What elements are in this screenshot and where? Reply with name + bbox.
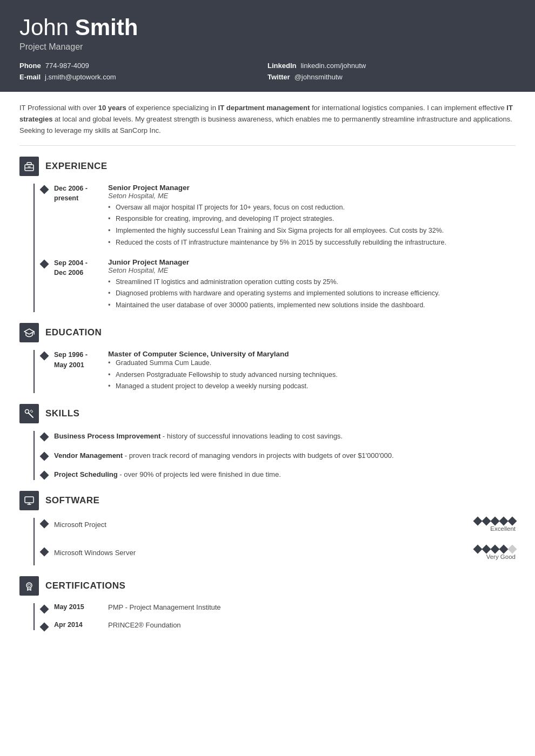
education-icon (19, 323, 39, 342)
education-entries: Sep 1996 - May 2001 Master of Computer S… (34, 350, 516, 393)
skill-name-3: Project Scheduling (54, 470, 118, 478)
twitter-label: Twitter (268, 73, 290, 81)
sw-bullet-1 (35, 518, 54, 537)
date-end-2: Dec 2006 (54, 268, 108, 278)
skill-desc-1: - history of successful innovations lead… (160, 432, 343, 440)
diamond-filled (491, 544, 500, 554)
skill-text-1: Business Process Improvement - history o… (54, 431, 343, 442)
cert-date-1: May 2015 (54, 603, 108, 612)
experience-entries: Dec 2006 - present Senior Project Manage… (34, 184, 516, 312)
linkedin-contact: LinkedIn linkedin.com/johnutw (268, 62, 516, 70)
entry-content-1: Senior Project Manager Seton Hospital, M… (108, 184, 516, 249)
diamond-icon (40, 519, 49, 528)
edu-content: Master of Computer Science, University o… (108, 350, 516, 393)
bullet-item: Graduated Summa Cum Laude. (108, 358, 516, 368)
experience-entry-1: Dec 2006 - present Senior Project Manage… (35, 184, 516, 249)
phone-label: Phone (19, 62, 41, 70)
bullet-item: Responsible for creating, improving, and… (108, 214, 516, 224)
skill-entry-1: Business Process Improvement - history o… (35, 431, 516, 442)
linkedin-label: LinkedIn (268, 62, 296, 70)
sw-bullet-2 (35, 546, 54, 565)
cert-name-1: PMP - Project Management Institute (108, 603, 221, 612)
diamond-empty (508, 544, 517, 554)
entry-date-2: Sep 2004 - Dec 2006 (54, 258, 108, 312)
software-entries: Microsoft Project Excellent (34, 518, 516, 565)
skill-name-2: Vendor Management (54, 451, 123, 460)
education-entry-1: Sep 1996 - May 2001 Master of Computer S… (35, 350, 516, 393)
skills-icon (19, 404, 39, 423)
certifications-section: CERTIFICATIONS May 2015 PMP - Project Ma… (19, 576, 516, 630)
svg-point-11 (26, 583, 32, 588)
skill-text-2: Vendor Management - proven track record … (54, 450, 394, 461)
certifications-header: CERTIFICATIONS (19, 576, 516, 596)
bullet-item: Oversaw all major hospital IT projects f… (108, 202, 516, 213)
job-title: Project Manager (19, 42, 516, 52)
experience-header: EXPERIENCE (19, 157, 516, 176)
twitter-contact: Twitter @johnsmithutw (268, 73, 516, 81)
edu-bullets: Graduated Summa Cum Laude. Andersen Post… (108, 358, 516, 392)
skills-section: SKILLS Business Process Improvement - hi… (19, 404, 516, 480)
experience-icon (19, 157, 39, 176)
cert-date-2: Apr 2014 (54, 621, 108, 630)
diamond-filled (499, 516, 509, 525)
rating-diamonds-1 (474, 518, 516, 524)
software-entry-2: Microsoft Windows Server Very Good (35, 546, 516, 565)
bullets-1: Oversaw all major hospital IT projects f… (108, 202, 516, 248)
software-name-2: Microsoft Windows Server (54, 549, 136, 557)
software-icon (19, 491, 39, 510)
rating-wrap-2: Very Good (474, 546, 516, 560)
degree-title: Master of Computer Science, University o… (108, 350, 516, 358)
phone-value: 774-987-4009 (45, 62, 89, 70)
diamond-icon (40, 185, 49, 194)
certifications-entries: May 2015 PMP - Project Management Instit… (34, 603, 516, 630)
skill-bullet-3 (35, 469, 54, 480)
software-name-1: Microsoft Project (54, 521, 106, 529)
entry-content-2: Junior Project Manager Seton Hospital, M… (108, 258, 516, 312)
education-section: EDUCATION Sep 1996 - May 2001 Master of … (19, 323, 516, 393)
diamond-filled (473, 516, 483, 525)
rating-label-1: Excellent (490, 525, 516, 532)
cert-bullet-1 (35, 603, 54, 612)
svg-point-12 (28, 584, 31, 586)
skill-text-3: Project Scheduling - over 90% of project… (54, 469, 281, 480)
company-1: Seton Hospital, ME (108, 192, 516, 200)
education-title: EDUCATION (45, 327, 102, 338)
edu-date-start: Sep 1996 - (54, 350, 108, 360)
diamond-icon (40, 622, 49, 631)
cert-bullet-2 (35, 621, 54, 630)
rating-diamonds-2 (474, 546, 516, 552)
bullet-item: Andersen Postgraduate Fellowship to stud… (108, 370, 516, 380)
company-2: Seton Hospital, ME (108, 266, 516, 274)
svg-rect-8 (25, 497, 34, 503)
date-start-2: Sep 2004 - (54, 258, 108, 268)
diamond-icon (40, 433, 49, 442)
software-row-1: Microsoft Project Excellent (54, 518, 516, 532)
software-entry-1: Microsoft Project Excellent (35, 518, 516, 537)
diamond-filled (482, 516, 491, 525)
cert-entry-1: May 2015 PMP - Project Management Instit… (35, 603, 516, 612)
skill-entry-2: Vendor Management - proven track record … (35, 450, 516, 461)
bullet-2 (35, 258, 54, 312)
bullet-item: Streamlined IT logistics and administrat… (108, 277, 516, 287)
date-end-1: present (54, 193, 108, 204)
certifications-title: CERTIFICATIONS (45, 580, 125, 591)
cert-name-2: PRINCE2® Foundation (108, 621, 181, 630)
software-row-2: Microsoft Windows Server Very Good (54, 546, 516, 560)
diamond-filled (499, 544, 509, 554)
skills-entries: Business Process Improvement - history o… (34, 431, 516, 480)
edu-date: Sep 1996 - May 2001 (54, 350, 108, 393)
skill-desc-2: - proven track record of managing vendor… (123, 451, 393, 460)
diamond-icon (40, 604, 49, 613)
rating-label-2: Very Good (486, 554, 516, 560)
diamond-icon (40, 547, 49, 556)
education-header: EDUCATION (19, 323, 516, 342)
skill-bullet-2 (35, 450, 54, 461)
software-title: SOFTWARE (45, 495, 99, 506)
bullet-item: Implemented the highly successful Lean T… (108, 226, 516, 236)
edu-bullet (35, 350, 54, 393)
email-label: E-mail (19, 73, 41, 81)
bullet-item: Reduced the costs of IT infrastructure m… (108, 238, 516, 248)
diamond-filled (482, 544, 491, 554)
rating-wrap-1: Excellent (474, 518, 516, 532)
email-contact: E-mail j.smith@uptowork.com (19, 73, 268, 81)
